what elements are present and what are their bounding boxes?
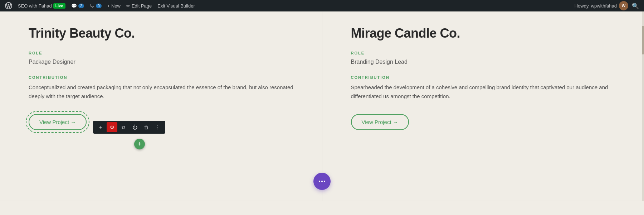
edit-page-label: Edit Page	[132, 3, 152, 9]
view-project-wrapper-trinity: View Project →	[29, 114, 87, 130]
admin-bar: SEO with Fahad Live 💬 2 🗨 0 + New ✏ Edit…	[0, 0, 644, 11]
fab-dot-1	[319, 181, 320, 182]
exit-builder-button[interactable]: Exit Visual Builder	[155, 0, 197, 11]
card-mirage: Mirage Candle Co. ROLE Branding Design L…	[322, 11, 644, 215]
wp-logo-item[interactable]	[3, 0, 14, 11]
contribution-label-mirage: CONTRIBUTION	[351, 75, 623, 80]
site-name-label: SEO with Fahad	[18, 3, 52, 9]
role-label-mirage: ROLE	[351, 51, 623, 55]
comment-icon: 💬	[71, 3, 77, 9]
howdy-text: Howdy, wpwithfahad	[575, 3, 617, 9]
add-element-button[interactable]: +	[95, 122, 106, 132]
card-title-trinity: Trinity Beauty Co.	[29, 26, 301, 41]
howdy-section: Howdy, wpwithfahad W	[575, 1, 628, 10]
search-icon[interactable]: 🔍	[630, 3, 641, 9]
new-comment-icon: 🗨	[90, 3, 94, 9]
settings-button[interactable]: ⚙	[107, 122, 117, 132]
scrollbar-thumb[interactable]	[642, 26, 644, 54]
view-project-button-trinity[interactable]: View Project →	[29, 114, 87, 130]
live-badge: Live	[53, 3, 65, 9]
new-label: + New	[107, 3, 121, 9]
view-project-button-mirage[interactable]: View Project →	[351, 114, 409, 130]
card-trinity: Trinity Beauty Co. ROLE Package Designer…	[0, 11, 322, 215]
contribution-label-trinity: CONTRIBUTION	[29, 75, 301, 80]
avatar: W	[619, 1, 628, 10]
visibility-button[interactable]: ⏻	[130, 122, 140, 132]
card-title-mirage: Mirage Candle Co.	[351, 26, 623, 41]
new-comment-item[interactable]: 🗨 0	[88, 0, 104, 11]
role-value-trinity: Package Designer	[29, 59, 301, 65]
fab-dot-3	[324, 181, 325, 182]
add-block-button[interactable]: +	[134, 139, 145, 149]
new-button[interactable]: + New	[105, 0, 123, 11]
element-toolbar: + ⚙ ⧉ ⏻ 🗑 ⋮	[93, 121, 165, 134]
bottom-strip	[0, 201, 644, 215]
delete-button[interactable]: 🗑	[141, 122, 152, 132]
edit-page-button[interactable]: ✏ Edit Page	[124, 0, 154, 11]
fab-button[interactable]	[313, 173, 331, 190]
contribution-text-trinity: Conceptualized and created packaging tha…	[29, 83, 301, 101]
fab-dot-2	[321, 181, 323, 182]
site-name-item[interactable]: SEO with Fahad Live	[16, 0, 68, 11]
admin-bar-right: Howdy, wpwithfahad W 🔍	[575, 1, 641, 10]
fab-dots	[319, 181, 325, 182]
new-comment-count: 0	[96, 4, 102, 8]
contribution-text-mirage: Spearheaded the development of a cohesiv…	[351, 83, 623, 101]
role-value-mirage: Branding Design Lead	[351, 59, 623, 65]
comments-item[interactable]: 💬 2	[69, 0, 86, 11]
role-label-trinity: ROLE	[29, 51, 301, 55]
wp-logo-icon	[5, 2, 12, 9]
comments-count: 2	[78, 4, 84, 8]
more-options-button[interactable]: ⋮	[152, 122, 163, 132]
exit-builder-label: Exit Visual Builder	[157, 3, 195, 9]
edit-icon: ✏	[126, 3, 130, 9]
clone-button[interactable]: ⧉	[118, 122, 129, 132]
scrollbar[interactable]	[642, 11, 644, 215]
